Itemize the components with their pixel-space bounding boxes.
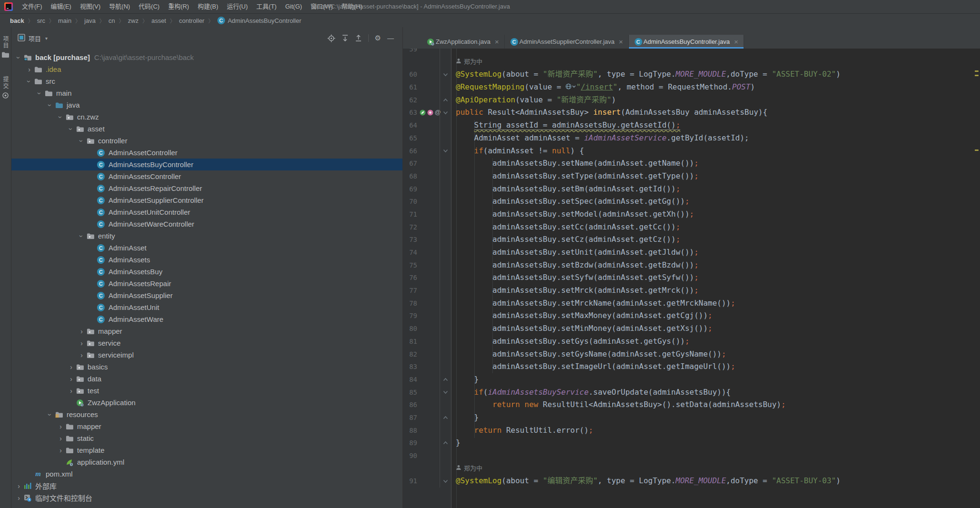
chevron-expanded-icon[interactable]: › bbox=[35, 90, 44, 97]
tree-item-back [purchase][interactable]: ›back [purchase]C:\java\git\asset-purcha… bbox=[11, 51, 402, 63]
warning-stripe-mark[interactable] bbox=[975, 149, 979, 151]
menu-构建(B)[interactable]: 构建(B) bbox=[193, 0, 222, 13]
tree-item-ZwzApplication[interactable]: ZwzApplication bbox=[11, 397, 402, 408]
code-line[interactable]: 61@RequestMapping(value = "/insert", met… bbox=[403, 81, 980, 94]
code-line[interactable]: 72adminAssetsBuy.setCc(adminAsset.getCc(… bbox=[403, 221, 980, 234]
chevron-collapsed-icon[interactable]: › bbox=[67, 363, 76, 371]
fold-marker-icon[interactable] bbox=[440, 145, 451, 158]
warning-stripe-mark[interactable] bbox=[975, 75, 979, 76]
fold-marker-icon[interactable] bbox=[440, 106, 451, 119]
chevron-collapsed-icon[interactable]: › bbox=[67, 375, 76, 383]
breadcrumb-item[interactable]: AdminAssetsBuyController bbox=[228, 17, 302, 24]
chevron-expanded-icon[interactable]: › bbox=[46, 411, 55, 418]
code-line[interactable]: 64String assetId = adminAssetsBuy.getAss… bbox=[403, 119, 980, 132]
author-hint-line[interactable]: 郑为中 bbox=[403, 56, 980, 69]
line-number[interactable]: 64 bbox=[403, 119, 417, 132]
chevron-collapsed-icon[interactable]: › bbox=[56, 435, 65, 442]
fold-marker-icon[interactable] bbox=[440, 475, 451, 488]
tree-item-AdminAssetWareController[interactable]: CAdminAssetWareController bbox=[11, 218, 402, 230]
line-number[interactable]: 59 bbox=[403, 49, 417, 56]
chevron-collapsed-icon[interactable]: › bbox=[14, 494, 23, 502]
chevron-expanded-icon[interactable]: › bbox=[25, 78, 34, 85]
menu-运行(U)[interactable]: 运行(U) bbox=[223, 0, 252, 13]
chevron-collapsed-icon[interactable]: › bbox=[14, 482, 23, 490]
menu-代码(C)[interactable]: 代码(C) bbox=[134, 0, 164, 13]
chevron-expanded-icon[interactable]: › bbox=[67, 125, 76, 133]
menu-工具(T)[interactable]: 工具(T) bbox=[252, 0, 281, 13]
close-tab-icon[interactable]: × bbox=[495, 38, 499, 45]
close-tab-icon[interactable]: × bbox=[619, 38, 623, 45]
code-line[interactable]: 85if(iAdminAssetsBuyService.saveOrUpdate… bbox=[403, 386, 980, 399]
tree-item-basics[interactable]: ›basics bbox=[11, 361, 402, 373]
code-line[interactable]: 89} bbox=[403, 437, 980, 449]
line-number[interactable]: 61 bbox=[403, 81, 417, 94]
chevron-collapsed-icon[interactable]: › bbox=[77, 328, 86, 335]
line-number[interactable]: 60 bbox=[403, 68, 417, 81]
code-line[interactable]: 60@SystemLog(about = "新增资产采购", type = Lo… bbox=[403, 68, 980, 81]
tree-item-AdminAsset[interactable]: CAdminAsset bbox=[11, 242, 402, 254]
tree-item-AdminAssetsRepairController[interactable]: CAdminAssetsRepairController bbox=[11, 182, 402, 194]
tree-item-临时文件和控制台[interactable]: ›临时文件和控制台 bbox=[11, 492, 402, 504]
breadcrumb-item[interactable]: back bbox=[10, 17, 24, 24]
line-number[interactable]: 77 bbox=[403, 284, 417, 297]
line-number[interactable]: 91 bbox=[403, 475, 417, 488]
fold-marker-icon[interactable] bbox=[440, 411, 451, 424]
tree-item-static[interactable]: ›static bbox=[11, 432, 402, 444]
collapse-all-button[interactable] bbox=[355, 34, 362, 42]
chevron-collapsed-icon[interactable]: › bbox=[56, 447, 65, 454]
chevron-expanded-icon[interactable]: › bbox=[14, 54, 23, 61]
tree-item-controller[interactable]: ›controller bbox=[11, 135, 402, 147]
tree-item-AdminAssetsBuy[interactable]: CAdminAssetsBuy bbox=[11, 266, 402, 278]
fold-marker-icon[interactable] bbox=[440, 437, 451, 449]
code-line[interactable]: 76adminAssetsBuy.setSyfw(adminAsset.getS… bbox=[403, 271, 980, 284]
breadcrumb-item[interactable]: cn bbox=[108, 17, 115, 24]
chevron-collapsed-icon[interactable]: › bbox=[56, 423, 65, 430]
code-line[interactable]: 62@ApiOperation(value = "新增资产采购") bbox=[403, 94, 980, 107]
tree-item-外部库[interactable]: ›外部库 bbox=[11, 480, 402, 492]
tree-item-AdminAssets[interactable]: CAdminAssets bbox=[11, 254, 402, 266]
breadcrumb-item[interactable]: controller bbox=[179, 17, 204, 24]
line-number[interactable]: 65 bbox=[403, 132, 417, 145]
code-line[interactable]: 88return ResultUtil.error(); bbox=[403, 424, 980, 437]
line-number[interactable]: 74 bbox=[403, 246, 417, 259]
tree-item-pom.xml[interactable]: mpom.xml bbox=[11, 468, 402, 480]
breadcrumb-item[interactable]: src bbox=[37, 17, 45, 24]
close-tab-icon[interactable]: × bbox=[734, 38, 738, 45]
line-number[interactable]: 89 bbox=[403, 437, 417, 449]
line-number[interactable]: 87 bbox=[403, 411, 417, 424]
tree-item-java[interactable]: ›java bbox=[11, 99, 402, 111]
chevron-expanded-icon[interactable]: › bbox=[56, 113, 65, 121]
menu-编辑(E)[interactable]: 编辑(E) bbox=[47, 0, 76, 13]
code-line[interactable]: 87} bbox=[403, 411, 980, 424]
tree-item-AdminAssetsController[interactable]: CAdminAssetsController bbox=[11, 170, 402, 182]
code-line[interactable]: 73adminAssetsBuy.setCz(adminAsset.getCz(… bbox=[403, 233, 980, 246]
tree-item-cn.zwz[interactable]: ›cn.zwz bbox=[11, 111, 402, 123]
menu-导航(N)[interactable]: 导航(N) bbox=[105, 0, 134, 13]
breadcrumb-item[interactable]: main bbox=[58, 17, 71, 24]
chevron-expanded-icon[interactable]: › bbox=[77, 137, 86, 145]
code-line[interactable]: 74adminAssetsBuy.setUnit(adminAsset.getJ… bbox=[403, 246, 980, 259]
breadcrumb-item[interactable]: asset bbox=[151, 17, 166, 24]
menu-文件(F)[interactable]: 文件(F) bbox=[18, 0, 47, 13]
line-number[interactable]: 86 bbox=[403, 398, 417, 411]
line-number[interactable]: 71 bbox=[403, 208, 417, 221]
author-hint-line[interactable]: 郑为中 bbox=[403, 462, 980, 475]
hide-button[interactable]: — bbox=[387, 35, 394, 41]
tree-item-AdminAssetsBuyController[interactable]: CAdminAssetsBuyController bbox=[11, 159, 402, 170]
tree-item-AdminAssetWare[interactable]: CAdminAssetWare bbox=[11, 313, 402, 325]
tree-item-AdminAssetSupplier[interactable]: CAdminAssetSupplier bbox=[11, 289, 402, 301]
tree-item-AdminAssetsRepair[interactable]: CAdminAssetsRepair bbox=[11, 278, 402, 289]
code-line[interactable]: 67adminAssetsBuy.setName(adminAsset.getN… bbox=[403, 157, 980, 170]
line-number[interactable]: 88 bbox=[403, 424, 417, 437]
code-line[interactable]: 77adminAssetsBuy.setMrck(adminAsset.getM… bbox=[403, 284, 980, 297]
tree-item-application.yml[interactable]: application.yml bbox=[11, 456, 402, 468]
code-line[interactable]: 90 bbox=[403, 449, 980, 462]
stripe-tab-提交[interactable]: 提交 bbox=[0, 76, 11, 99]
line-number[interactable]: 68 bbox=[403, 170, 417, 183]
tree-item-template[interactable]: ›template bbox=[11, 444, 402, 456]
fold-marker-icon[interactable] bbox=[440, 373, 451, 386]
tree-item-service[interactable]: ›service bbox=[11, 337, 402, 349]
breadcrumb-item[interactable]: java bbox=[84, 17, 96, 24]
code-line[interactable]: 66if(adminAsset != null) { bbox=[403, 145, 980, 158]
breadcrumb-item[interactable]: zwz bbox=[128, 17, 138, 24]
